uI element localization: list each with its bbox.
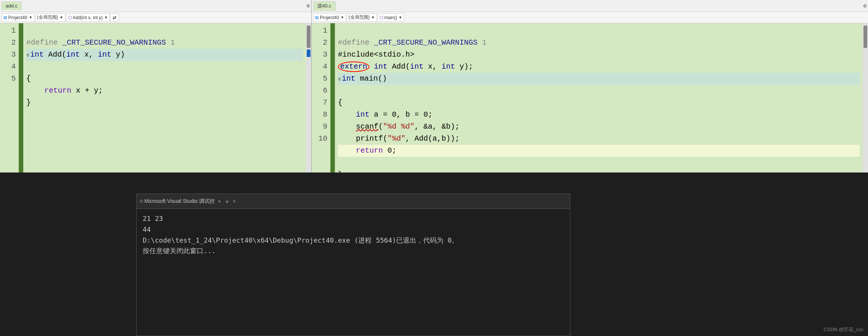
right-project-dropdown[interactable]: ⊞ Project40 ▼ bbox=[313, 14, 346, 22]
right-code-line-1: #define _CRT_SECURE_NO_WARNINGS 1 bbox=[338, 38, 487, 47]
right-code-area: 1 2 3 4 5 6 7 8 9 10 #define _CRT_SECURE… bbox=[312, 23, 868, 172]
left-code-content[interactable]: #define _CRT_SECURE_NO_WARNINGS 1 ∨int A… bbox=[23, 23, 306, 172]
right-code-line-8: printf("%d", Add(a,b)); bbox=[338, 134, 460, 143]
left-toolbar: ⊞ Project40 ▼ (全局范围) ▼ ⬡ Add(int x, int … bbox=[0, 12, 311, 23]
right-gutter bbox=[330, 23, 335, 172]
console-panel: ⊡ Microsoft Visual Studio 调试控 ✕ ＋ ∨ 21 2… bbox=[136, 194, 570, 336]
left-line-numbers: 1 2 3 4 5 bbox=[0, 23, 19, 172]
left-code-area: 1 2 3 4 5 #define _CRT_SECURE_NO_WARNING… bbox=[0, 23, 311, 172]
right-tab-yuan40-c[interactable]: 源40.c bbox=[313, 1, 336, 11]
right-scope-arrow: ▼ bbox=[371, 15, 375, 20]
watermark-text: CSDN @茫花_ccc bbox=[824, 326, 863, 333]
console-line-3: D:\code\test_1_24\Project40\x64\Debug\Pr… bbox=[143, 235, 564, 246]
right-scrollbar-thumb[interactable] bbox=[863, 26, 867, 48]
right-line-numbers: 1 2 3 4 5 6 7 8 9 10 bbox=[312, 23, 330, 172]
code-line-2: ∨int Add(int x, int y) bbox=[26, 49, 303, 61]
right-proj-arrow: ▼ bbox=[341, 15, 344, 20]
right-tab-bar: 源40.c ⚙ bbox=[312, 0, 868, 12]
right-scope-dropdown[interactable]: (全局范围) ▼ bbox=[347, 14, 377, 22]
console-tab-close-btn[interactable]: ✕ bbox=[218, 198, 221, 204]
left-editor-pane: add.c ⚙ ⊞ Project40 ▼ (全局范围) ▼ ⬡ Add(int… bbox=[0, 0, 312, 172]
code-line-4: return x + y; bbox=[26, 86, 103, 95]
console-tab-label[interactable]: Microsoft Visual Studio 调试控 bbox=[144, 198, 215, 205]
code-line-1: #define _CRT_SECURE_NO_WARNINGS 1 bbox=[26, 38, 175, 47]
settings-icon-left[interactable]: ⚙ bbox=[307, 3, 310, 9]
right-scrollbar[interactable] bbox=[863, 23, 868, 172]
left-project-dropdown[interactable]: ⊞ Project40 ▼ bbox=[2, 14, 35, 22]
left-scrollbar-thumb[interactable] bbox=[307, 26, 310, 48]
left-func-dropdown[interactable]: ⬡ Add(int x, int y) ▼ bbox=[66, 14, 110, 22]
scroll-indicator bbox=[307, 50, 310, 57]
project-icon-left: ⊞ bbox=[3, 15, 7, 20]
console-line-2: 44 bbox=[143, 224, 564, 235]
right-code-line-6: int a = 0, b = 0; bbox=[338, 110, 432, 119]
left-tab-add-c[interactable]: add.c bbox=[2, 2, 22, 10]
right-code-line-5: { bbox=[338, 98, 342, 107]
right-code-content[interactable]: #define _CRT_SECURE_NO_WARNINGS 1 #inclu… bbox=[335, 23, 863, 172]
console-output: 21 23 44 D:\code\test_1_24\Project40\x64… bbox=[137, 209, 570, 336]
project-icon-right: ⊞ bbox=[315, 15, 319, 20]
code-line-5: } bbox=[26, 98, 31, 107]
func-icon-right: ⬡ bbox=[380, 15, 383, 20]
arrow-icon: ▼ bbox=[29, 15, 33, 20]
console-icon: ⊡ bbox=[140, 198, 143, 204]
right-code-line-3: extern int Add(int x, int y); bbox=[338, 62, 473, 71]
left-scope-dropdown[interactable]: (全局范围) ▼ bbox=[35, 14, 65, 22]
right-code-line-9: return 0; bbox=[338, 145, 860, 157]
console-tab-bar: ⊡ Microsoft Visual Studio 调试控 ✕ ＋ ∨ bbox=[137, 194, 570, 209]
right-code-line-2: #include<stdio.h> bbox=[338, 50, 414, 59]
left-tab-bar: add.c ⚙ bbox=[0, 0, 311, 12]
settings-icon-right[interactable]: ⚙ bbox=[863, 3, 866, 9]
right-editor-pane: 源40.c ⚙ ⊞ Project40 ▼ (全局范围) ▼ ⬡ main() … bbox=[312, 0, 868, 172]
right-code-line-10: } bbox=[338, 170, 342, 172]
code-line-3: { bbox=[26, 74, 31, 83]
left-scrollbar[interactable] bbox=[306, 23, 311, 172]
func-arrow-icon: ▼ bbox=[104, 15, 108, 20]
func-icon-left: ⬡ bbox=[68, 15, 72, 20]
console-add-tab-btn[interactable]: ＋ bbox=[224, 197, 231, 206]
scope-arrow-icon: ▼ bbox=[60, 15, 63, 20]
right-code-line-7: scanf("%d %d", &a, &b); bbox=[338, 122, 460, 131]
console-line-1: 21 23 bbox=[143, 213, 564, 224]
right-code-line-4: ∨int main() bbox=[338, 73, 860, 85]
console-tab-dropdown-btn[interactable]: ∨ bbox=[233, 198, 235, 204]
left-gutter bbox=[19, 23, 23, 172]
sync-btn-left[interactable]: ⇄ bbox=[110, 14, 119, 22]
right-func-dropdown[interactable]: ⬡ main() ▼ bbox=[378, 14, 404, 22]
right-func-arrow: ▼ bbox=[399, 15, 402, 20]
right-toolbar: ⊞ Project40 ▼ (全局范围) ▼ ⬡ main() ▼ bbox=[312, 12, 868, 23]
console-line-4: 按任意键关闭此窗口... bbox=[143, 246, 564, 256]
